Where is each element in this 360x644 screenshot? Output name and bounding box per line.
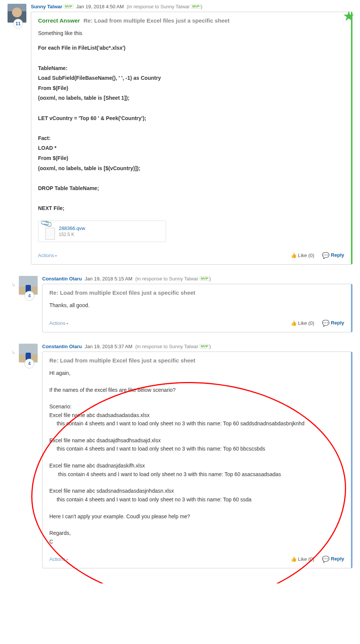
in-response-to: (in response to Sunny Talwar MVP) xyxy=(127,4,202,9)
post-subject[interactable]: Re: Load from multiple Excel files just … xyxy=(49,289,195,296)
attachment-size: 152.5 K xyxy=(59,232,160,237)
post-meta: Constantin Olaru Jan 19, 2018 5:37 AM (i… xyxy=(42,344,352,349)
attachment: 📎 288366.qvw 152.5 K xyxy=(38,221,166,242)
post-date: Jan 19, 2018 4:50 AM xyxy=(76,4,124,9)
post-subject[interactable]: Re: Load from multiple Excel files just … xyxy=(84,17,230,24)
reply-button[interactable]: 💬Reply xyxy=(322,556,344,563)
level-badge: 11 xyxy=(13,19,23,29)
level-badge: 4 xyxy=(24,291,34,301)
actions-menu[interactable]: Actions xyxy=(49,556,68,562)
post-content: Thanks, all good. xyxy=(49,301,344,309)
attachment-link[interactable]: 288366.qvw xyxy=(59,225,85,231)
actions-menu[interactable]: Actions xyxy=(38,253,57,258)
reply-button[interactable]: 💬Reply xyxy=(322,320,344,327)
in-response-to: (in response to Sunny Talwar MVP) xyxy=(135,344,211,349)
like-button[interactable]: 👍Like (0) xyxy=(291,320,314,326)
reply-button[interactable]: 💬Reply xyxy=(322,252,344,259)
correct-answer-label: Correct Answer xyxy=(38,17,80,24)
thumb-icon: 👍 xyxy=(291,320,297,326)
reply-icon: 💬 xyxy=(322,252,329,259)
file-icon xyxy=(45,228,55,240)
like-button[interactable]: 👍Like (0) xyxy=(291,556,314,562)
post-subject[interactable]: Re: Load from multiple Excel files just … xyxy=(49,357,195,364)
author-link[interactable]: Constantin Olaru xyxy=(42,276,82,282)
post-body-correct: ★ Correct Answer Re: Load from multiple … xyxy=(31,12,352,265)
thumb-icon: 👍 xyxy=(291,556,297,562)
author-link[interactable]: Constantin Olaru xyxy=(42,344,82,349)
actions-menu[interactable]: Actions xyxy=(49,320,68,326)
star-icon: ★ xyxy=(343,8,355,24)
like-button[interactable]: 👍Like (0) xyxy=(291,253,314,258)
thumb-icon: 👍 xyxy=(291,253,297,258)
mvp-badge: MVP xyxy=(64,4,73,9)
in-response-to: (in response to Sunny Talwar MVP) xyxy=(135,276,211,282)
post-meta: Constantin Olaru Jan 19, 2018 5:15 AM (i… xyxy=(42,276,352,282)
code-block: For each File in FileList('abc*.xlsx') T… xyxy=(38,43,344,213)
post-meta: Sunny Talwar MVP Jan 19, 2018 4:50 AM (i… xyxy=(31,4,352,9)
post-content: HI again, If the names of the excel file… xyxy=(49,369,344,546)
post-body: Re: Load from multiple Excel files just … xyxy=(42,284,352,332)
level-badge: 4 xyxy=(24,359,34,368)
author-link[interactable]: Sunny Talwar xyxy=(31,4,63,9)
reply-arrow-icon: ↳ xyxy=(11,349,16,355)
post-date: Jan 19, 2018 5:37 AM xyxy=(85,344,132,349)
post-intro: Something like this xyxy=(38,29,344,37)
reply-arrow-icon: ↳ xyxy=(11,282,16,288)
reply-icon: 💬 xyxy=(322,320,329,326)
post-date: Jan 19, 2018 5:15 AM xyxy=(85,276,132,282)
reply-icon: 💬 xyxy=(322,556,329,562)
post-body: Re: Load from multiple Excel files just … xyxy=(42,352,352,568)
